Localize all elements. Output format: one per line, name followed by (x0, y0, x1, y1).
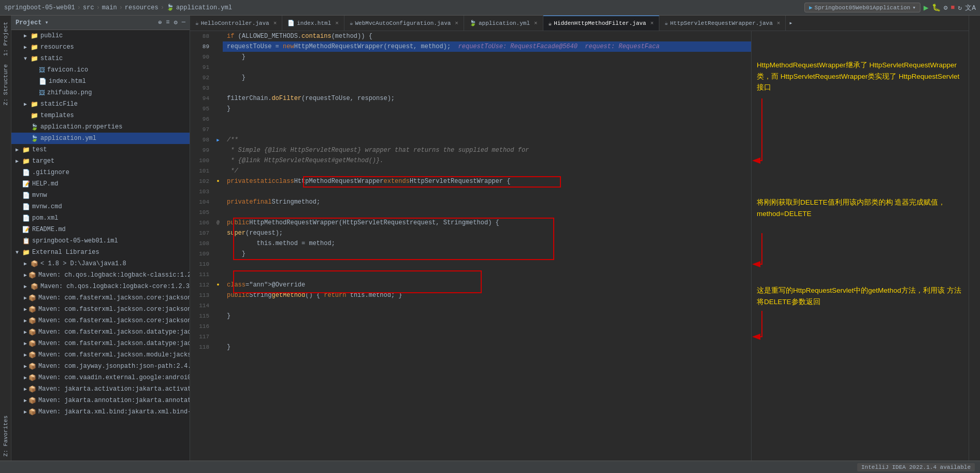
tree-icon-help-md: 📝 (22, 180, 30, 188)
sidebar-item-help-md[interactable]: 📝HELP.md (11, 178, 190, 190)
sidebar-item-readme-md[interactable]: 📝README.md (11, 224, 190, 235)
file-tab-HiddenHttpMethodFilter-java[interactable]: ☕HiddenHttpMethodFilter.java× (543, 16, 659, 31)
sidebar-item-jackson6[interactable]: ▶📦Maven: com.fasterxml.jackson.module:ja… (11, 349, 190, 361)
sidebar-item-jakarta-ann[interactable]: ▶📦Maven: jakarta.annotation:jakarta.anno… (11, 395, 190, 406)
run-config-dropdown[interactable]: ▶ Springboot05Web01Application ▾ (804, 3, 920, 12)
file-tab-close[interactable]: × (777, 20, 781, 26)
line-num-112: 112 (190, 280, 209, 290)
file-tab-close[interactable]: × (335, 20, 339, 26)
sidebar-item-logback1[interactable]: ▶📦Maven: ch.qos.logback:logback-classic:… (11, 269, 190, 281)
code-line-110 (223, 259, 751, 269)
sidebar-item-static[interactable]: ▼📁static (11, 53, 190, 64)
sidebar-minimize-icon[interactable]: — (182, 19, 185, 26)
file-tab-close[interactable]: × (534, 20, 538, 26)
run-button[interactable]: ▶ (924, 3, 929, 13)
file-tab-close[interactable]: × (273, 20, 277, 26)
line-num-101: 101 (190, 166, 209, 176)
tree-icon-ext-libs: 📁 (22, 249, 30, 256)
debug-button[interactable]: 🐛 (932, 3, 941, 12)
tree-icon-jakarta-act: 📦 (28, 385, 36, 393)
sidebar-item-jackson1[interactable]: ▶📦Maven: com.fasterxml.jackson.core:jack… (11, 292, 190, 304)
sidebar-item-iml[interactable]: 📋springboot-05-web01.iml (11, 235, 190, 247)
file-tab-icon: ☕ (665, 20, 668, 26)
tree-icon-jackson5: 📦 (28, 340, 36, 348)
gutter-cell-99 (213, 145, 223, 155)
tree-arrow-test: ▶ (16, 147, 21, 153)
left-tab-favorites[interactable]: Z: Favorites (1, 411, 11, 461)
sidebar-collapse-icon[interactable]: ≡ (166, 19, 169, 26)
sidebar-item-mvnw-cmd[interactable]: 📄mvnw.cmd (11, 201, 190, 212)
update-button[interactable]: ↻ (958, 4, 962, 12)
line-num-96: 96 (190, 114, 209, 124)
line-num-118: 118 (190, 342, 209, 352)
sidebar-item-jackson3[interactable]: ▶📦Maven: com.fasterxml.jackson.core:jack… (11, 315, 190, 326)
code-area[interactable]: if (ALLOWED_METHODS.contains(method)) { … (223, 31, 751, 461)
sidebar-item-jackson2[interactable]: ▶📦Maven: com.fasterxml.jackson.core:jack… (11, 304, 190, 315)
sidebar-item-app-props[interactable]: 🍃application.properties (11, 121, 190, 133)
tree-label-index-html: index.html (49, 78, 86, 85)
sidebar-item-public[interactable]: ▶📁public (11, 30, 190, 41)
stop-button[interactable]: ■ (951, 4, 955, 11)
tree-icon-gitignore: 📄 (22, 169, 30, 177)
file-tab-index-html[interactable]: 📄index.html× (282, 16, 344, 31)
sidebar-item-logback2[interactable]: ▶📦Maven: ch.qos.logback:logback-core:1.2… (11, 281, 190, 292)
sidebar-item-vaadin[interactable]: ▶📦Maven: com.vaadin.external.google:andr… (11, 372, 190, 383)
left-tab-structure[interactable]: Z: Structure (1, 60, 11, 109)
file-tab-close[interactable]: × (455, 20, 458, 26)
tree-arrow-jackson1: ▶ (24, 295, 27, 301)
sidebar-item-pom-xml[interactable]: 📄pom.xml (11, 212, 190, 224)
intellij-update-notice[interactable]: IntelliJ IDEA 2022.1.4 available (857, 463, 975, 471)
sidebar-item-app-yml[interactable]: 🍃application.yml (11, 133, 190, 144)
tree-arrow-ext-libs: ▼ (16, 250, 21, 255)
line-numbers: 8889909192939495969798991001011021031041… (190, 31, 213, 461)
sidebar-tree: ▶📁public▶📁resources▼📁static🖼favicon.ico📄… (11, 30, 190, 461)
top-bar-right: ▶ Springboot05Web01Application ▾ ▶ 🐛 ⚙ ■… (804, 3, 976, 13)
sidebar-item-zhifubao[interactable]: 🖼zhifubao.png (11, 87, 190, 98)
sidebar-item-staticFile[interactable]: ▶📁staticFile (11, 98, 190, 110)
sidebar-item-jakarta-act[interactable]: ▶📦Maven: jakarta.activation:jakarta.acti… (11, 383, 190, 395)
gutter-cell-91 (213, 62, 223, 73)
file-tab-HttpServletRequestWrapper-java[interactable]: ☕HttpServletRequestWrapper.java× (659, 16, 786, 31)
left-tab-project[interactable]: 1: Project (1, 18, 11, 60)
tree-icon-app-props: 🍃 (31, 123, 38, 131)
file-tab-application-yml[interactable]: 🍃application.yml× (464, 16, 543, 31)
sidebar-item-favicon[interactable]: 🖼favicon.ico (11, 64, 190, 76)
line-num-107: 107 (190, 228, 209, 238)
sidebar-item-mvnw[interactable]: 📄mvnw (11, 190, 190, 201)
file-tab-HelloController-java[interactable]: ☕HelloController.java× (190, 16, 282, 31)
sidebar-dropdown-arrow[interactable]: ▾ (45, 19, 48, 26)
line-num-110: 110 (190, 259, 209, 269)
file-tab-close[interactable]: × (650, 20, 654, 26)
code-line-109: } (223, 249, 751, 259)
tree-label-jayway: Maven: com.jayway.jsonpath:json-path:2.4… (38, 363, 190, 370)
line-num-109: 109 (190, 249, 209, 259)
sidebar-item-jakarta-bind[interactable]: ▶📦Maven: jakarta.xml.bind:jakarta.xml.bi… (11, 406, 190, 418)
tree-arrow-resources: ▶ (24, 44, 29, 50)
gutter-cell-116 (213, 321, 223, 332)
code-line-88: if (ALLOWED_METHODS.contains(method)) { (223, 31, 751, 41)
sidebar-item-test[interactable]: ▶📁test (11, 144, 190, 155)
sidebar-item-jackson4[interactable]: ▶📦Maven: com.fasterxml.jackson.datatype:… (11, 326, 190, 338)
sidebar-item-resources[interactable]: ▶📁resources (11, 41, 190, 53)
top-bar: springboot-05-web01 › src › main › resou… (0, 0, 980, 16)
sidebar-item-ext-libs[interactable]: ▼📁External Libraries (11, 247, 190, 258)
tree-icon-jakarta-bind: 📦 (28, 408, 36, 416)
sidebar-item-index-html[interactable]: 📄index.html (11, 76, 190, 87)
sidebar-item-jackson5[interactable]: ▶📦Maven: com.fasterxml.jackson.datatype:… (11, 338, 190, 349)
sidebar-item-gitignore[interactable]: 📄.gitignore (11, 167, 190, 178)
settings-button[interactable]: ⚙ (944, 4, 948, 12)
tab-scroll-right[interactable]: ▸ (786, 19, 796, 27)
sidebar-sync-icon[interactable]: ⊕ (158, 19, 162, 26)
tree-label-jackson2: Maven: com.fasterxml.jackson.core:jackso… (38, 306, 190, 313)
file-tab-WebMvcAutoConfiguration-java[interactable]: ☕WebMvcAutoConfiguration.java× (344, 16, 464, 31)
tree-icon-jackson1: 📦 (28, 294, 36, 302)
sidebar-settings-icon[interactable]: ⚙ (174, 19, 178, 26)
sidebar-item-jayway[interactable]: ▶📦Maven: com.jayway.jsonpath:json-path:2… (11, 361, 190, 372)
code-line-91 (223, 62, 751, 73)
gutter-cell-110 (213, 259, 223, 269)
sidebar-item-java18[interactable]: ▶📦< 1.8 > D:\Java\java1.8 (11, 258, 190, 269)
translate-button[interactable]: 文A (965, 3, 976, 12)
sidebar-item-templates[interactable]: 📁templates (11, 110, 190, 121)
sidebar-item-target[interactable]: ▶📁target (11, 155, 190, 167)
gutter-cell-106: @ (213, 218, 223, 228)
